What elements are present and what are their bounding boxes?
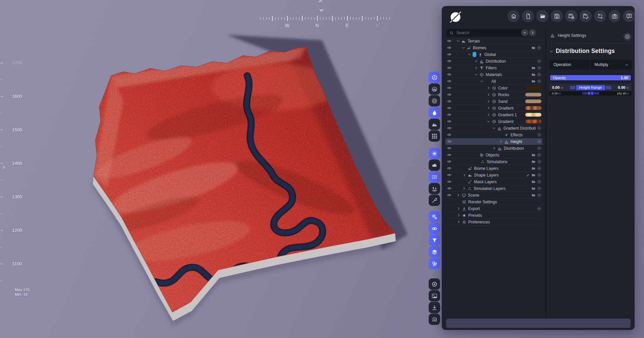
side-tool-button[interactable]	[429, 130, 440, 142]
tree-row[interactable]: Gradient	[445, 118, 542, 125]
expand-chevron-icon[interactable]	[487, 113, 492, 117]
expand-chevron-icon[interactable]	[480, 79, 485, 83]
tree-row[interactable]: Presets	[445, 212, 542, 219]
visibility-eye-icon[interactable]	[447, 59, 452, 64]
side-tool-button[interactable]	[429, 72, 440, 83]
opacity-slider[interactable]: Opacity 1.00	[549, 74, 632, 81]
expand-chevron-icon[interactable]	[463, 173, 468, 177]
side-tool-button[interactable]	[429, 107, 440, 118]
material-swatch[interactable]	[525, 120, 541, 123]
tree-row[interactable]: Scene	[445, 192, 542, 199]
tree-row[interactable]: Preferences	[445, 219, 542, 225]
tree-row[interactable]: Distribution	[445, 145, 542, 152]
expand-chevron-icon[interactable]	[462, 46, 467, 50]
tree-row[interactable]: Materials	[445, 71, 542, 78]
toolbar-button[interactable]	[507, 10, 520, 22]
tree-row[interactable]: Gradient Distributi	[445, 125, 542, 132]
group-folder-icon[interactable]	[531, 153, 536, 157]
visibility-eye-icon[interactable]	[447, 159, 452, 164]
top-collapse-chevron-up-icon[interactable]	[318, 0, 323, 4]
side-tool-button[interactable]	[429, 278, 440, 290]
group-folder-icon[interactable]	[531, 180, 536, 184]
tree-row[interactable]: Distribution	[445, 58, 542, 65]
expand-chevron-icon[interactable]	[457, 193, 462, 197]
tree-row[interactable]: Export	[445, 205, 542, 212]
expand-chevron-icon[interactable]	[457, 207, 462, 210]
side-tool-button[interactable]	[429, 159, 440, 171]
group-folder-icon[interactable]	[531, 166, 536, 171]
side-tool-button[interactable]	[429, 302, 440, 313]
visibility-eye-icon[interactable]	[447, 79, 452, 84]
side-tool-button[interactable]	[429, 246, 440, 258]
tree-row[interactable]: Objects	[445, 152, 542, 158]
edit-pencil-icon[interactable]	[526, 173, 530, 177]
add-plus-icon[interactable]	[537, 153, 541, 157]
group-folder-icon[interactable]	[531, 66, 536, 70]
search-bar[interactable]	[446, 29, 528, 37]
tree-row[interactable]: Sand	[445, 98, 542, 105]
distribution-settings-section[interactable]: Distribution Settings	[549, 48, 615, 55]
visibility-eye-icon[interactable]	[447, 166, 452, 171]
visibility-eye-icon[interactable]	[447, 99, 452, 104]
operation-select[interactable]: Multiply	[591, 60, 632, 70]
app-logo-planet-icon[interactable]	[448, 9, 463, 25]
add-plus-icon[interactable]	[537, 180, 541, 184]
visibility-eye-icon[interactable]	[447, 112, 452, 117]
expand-chevron-icon[interactable]	[487, 106, 492, 110]
add-plus-icon[interactable]	[537, 173, 541, 177]
side-tool-button[interactable]	[429, 314, 440, 325]
tree-row[interactable]: Gradient 1	[445, 112, 542, 118]
tree-row[interactable]: All	[445, 78, 542, 85]
compass-strip[interactable]: WNES	[258, 7, 396, 31]
expand-chevron-icon[interactable]	[457, 213, 462, 217]
visibility-eye-icon[interactable]	[447, 45, 452, 50]
visibility-eye-icon[interactable]	[447, 65, 452, 70]
expand-all-chevron-right-button[interactable]	[529, 29, 536, 36]
add-plus-icon[interactable]	[537, 126, 541, 130]
material-swatch[interactable]	[525, 113, 541, 117]
tree-row[interactable]: Mask Layers	[445, 179, 542, 185]
tree-row[interactable]: Biome Layers	[445, 165, 542, 172]
expand-chevron-icon[interactable]	[492, 146, 497, 150]
add-plus-icon[interactable]	[537, 66, 541, 70]
material-swatch[interactable]	[525, 106, 541, 110]
tree-row[interactable]: Simulations	[445, 158, 542, 165]
group-folder-icon[interactable]	[531, 173, 536, 177]
tree-row[interactable]: Terrain	[445, 38, 542, 45]
left-panel-expander-chevron-icon[interactable]	[1, 165, 6, 170]
side-tool-button[interactable]	[429, 258, 440, 269]
expand-chevron-icon[interactable]	[487, 93, 492, 96]
visibility-eye-icon[interactable]	[447, 85, 452, 90]
expand-chevron-icon[interactable]	[456, 39, 461, 43]
height-range-slider[interactable]: 0.00 m Height Range 0.00 m	[549, 84, 632, 91]
toolbar-button[interactable]	[522, 10, 534, 22]
expand-chevron-icon[interactable]	[499, 140, 504, 143]
tree-row[interactable]: Biomes	[445, 45, 542, 51]
expand-chevron-icon[interactable]	[492, 126, 497, 130]
tree-row[interactable]: Simulation Layers	[445, 185, 542, 192]
collapse-all-chevron-down-button[interactable]	[521, 29, 528, 36]
add-plus-icon[interactable]	[537, 139, 541, 144]
visibility-eye-icon[interactable]	[447, 119, 452, 124]
material-swatch[interactable]	[525, 86, 541, 90]
visibility-eye-icon[interactable]	[447, 179, 452, 184]
toolbar-button[interactable]	[594, 10, 606, 22]
visibility-eye-icon[interactable]	[447, 186, 452, 191]
toolbar-button[interactable]	[580, 10, 592, 22]
side-tool-button[interactable]	[429, 95, 440, 107]
visibility-eye-icon[interactable]	[447, 132, 452, 137]
side-tool-button[interactable]	[429, 171, 440, 183]
side-tool-button[interactable]	[429, 183, 440, 194]
add-plus-icon[interactable]	[537, 146, 541, 150]
group-folder-icon[interactable]	[531, 186, 536, 191]
expand-chevron-icon[interactable]	[457, 220, 462, 224]
side-tool-button[interactable]	[429, 119, 440, 130]
add-plus-icon[interactable]	[537, 72, 541, 77]
expand-chevron-icon[interactable]	[487, 120, 492, 123]
visibility-eye-icon[interactable]	[447, 139, 452, 144]
visibility-eye-icon[interactable]	[447, 173, 452, 178]
material-swatch[interactable]	[525, 99, 541, 103]
visibility-eye-icon[interactable]	[447, 92, 452, 97]
visibility-eye-icon[interactable]	[447, 39, 452, 44]
toolbar-button[interactable]	[551, 10, 563, 22]
